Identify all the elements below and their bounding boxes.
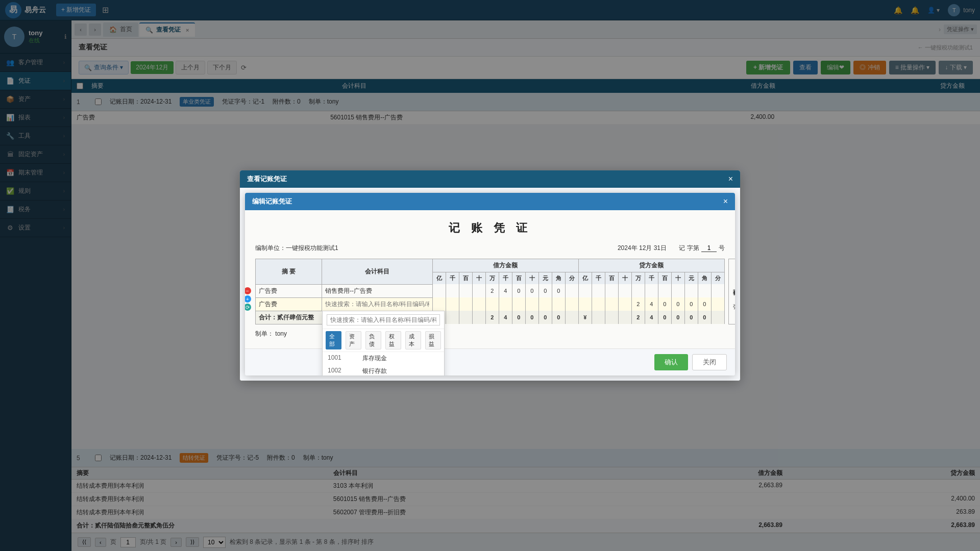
delete-row-btn[interactable]: −	[245, 287, 251, 294]
attach-column: 附件 0 张	[728, 259, 735, 324]
item-code: 1001	[328, 354, 358, 363]
debit-shi: 十	[472, 272, 485, 285]
item-code: 1002	[328, 367, 358, 375]
prefix-label: 记	[679, 244, 685, 253]
credit-wan: 万	[631, 272, 645, 285]
maker-name: tony	[275, 330, 287, 337]
company-label: 编制单位：一键报税功能测试1	[255, 244, 338, 253]
account-search-input[interactable]	[322, 298, 432, 310]
dropdown-search-row	[323, 311, 444, 329]
debit-b2: 百	[512, 272, 525, 285]
credit-fen: 分	[711, 272, 724, 285]
debit-wan: 万	[485, 272, 499, 285]
debit-q2: 千	[499, 272, 512, 285]
dialog-footer: 确认 关闭	[245, 348, 735, 375]
zi-label: 字第	[687, 244, 699, 253]
voucher-form-info: 编制单位：一键报税功能测试1 2024年 12月 31日 记 字第 号	[255, 244, 725, 253]
add-row-btn[interactable]: +	[245, 295, 251, 303]
dropdown-tab-equity[interactable]: 权益	[385, 331, 401, 349]
outer-dialog-close-btn[interactable]: ×	[728, 175, 733, 183]
dropdown-tab-assets[interactable]: 资产	[346, 331, 361, 349]
credit-qian: 千	[592, 272, 605, 285]
hao-label: 号	[719, 244, 725, 253]
confirm-btn[interactable]: 确认	[654, 354, 688, 370]
voucher-grid-container: 摘 要 会计科目 借方金额 贷方金额 亿 千 百 十	[255, 259, 725, 324]
inner-dialog: 编辑记账凭证 × 记 账 凭 证 编制单位：一键报税功能测试1 2024年 12…	[245, 193, 735, 375]
dropdown-tab-liabilities[interactable]: 负债	[365, 331, 381, 349]
row1-account: 销售费用--广告费	[322, 284, 433, 297]
grid-header-debit: 借方金额	[432, 259, 578, 272]
copy-row-btn[interactable]: ⟳	[245, 304, 251, 311]
voucher-number-area: 2024年 12月 31日 记 字第 号	[618, 244, 725, 253]
row2-summary: 广告费	[256, 297, 322, 311]
voucher-number-input[interactable]	[701, 244, 717, 252]
inner-dialog-close-btn[interactable]: ×	[723, 197, 728, 206]
credit-s2: 十	[671, 272, 684, 285]
debit-jiao: 角	[552, 272, 565, 285]
voucher-form: 记 账 凭 证 编制单位：一键报税功能测试1 2024年 12月 31日 记 字…	[245, 210, 735, 348]
account-dropdown: 全部 资产 负债 权益 成本 损益	[322, 311, 445, 375]
debit-yi: 亿	[432, 272, 446, 285]
debit-s2: 十	[525, 272, 538, 285]
dropdown-list: 1001 库存现金 1002 银行存款	[323, 352, 444, 375]
voucher-grid: 摘 要 会计科目 借方金额 贷方金额 亿 千 百 十	[255, 259, 725, 324]
grid-header-credit: 贷方金额	[578, 259, 724, 272]
credit-b2: 百	[658, 272, 671, 285]
outer-dialog-title: 查看记账凭证	[247, 174, 287, 184]
outer-dialog: 查看记账凭证 × 编辑记账凭证 × 记 账 凭 证 编制单位：一键报税功能测试1…	[240, 170, 740, 381]
dropdown-search-input[interactable]	[327, 314, 440, 325]
row1-summary: 广告费	[256, 284, 322, 297]
dropdown-tabs: 全部 资产 负债 权益 成本 损益	[323, 329, 444, 352]
table-row: 广告费 销售费用--广告费 2 4 0 0	[256, 284, 725, 297]
list-item[interactable]: 1002 银行存款	[323, 365, 444, 375]
debit-yuan: 元	[538, 272, 552, 285]
inner-dialog-header: 编辑记账凭证 ×	[245, 193, 735, 210]
inner-dialog-title: 编辑记账凭证	[252, 197, 292, 206]
debit-bai: 百	[459, 272, 472, 285]
maker-label: 制单：	[255, 330, 274, 337]
debit-fen: 分	[565, 272, 578, 285]
dropdown-tab-all[interactable]: 全部	[326, 331, 341, 349]
close-dialog-btn[interactable]: 关闭	[692, 354, 727, 370]
dropdown-tab-cost[interactable]: 成本	[405, 331, 421, 349]
date-label: 2024年 12月 31日	[618, 244, 667, 253]
table-row-edit: 广告费	[256, 297, 725, 311]
row2-account-cell[interactable]: 全部 资产 负债 权益 成本 损益	[322, 297, 433, 311]
attach-label: 附件	[732, 285, 735, 287]
credit-shi: 十	[618, 272, 631, 285]
item-name: 库存现金	[362, 354, 387, 363]
row-action-icons: − + ⟳	[245, 287, 251, 311]
debit-qian: 千	[446, 272, 459, 285]
outer-dialog-body: 编辑记账凭证 × 记 账 凭 证 编制单位：一键报税功能测试1 2024年 12…	[240, 188, 740, 381]
item-name: 银行存款	[362, 367, 387, 375]
credit-yi: 亿	[578, 272, 592, 285]
dropdown-tab-pl[interactable]: 损益	[425, 331, 441, 349]
modal-overlay: 查看记账凭证 × 编辑记账凭证 × 记 账 凭 证 编制单位：一键报税功能测试1…	[0, 0, 980, 551]
credit-yuan: 元	[684, 272, 698, 285]
credit-jiao: 角	[698, 272, 711, 285]
credit-bai: 百	[605, 272, 618, 285]
grid-header-account: 会计科目	[322, 259, 433, 285]
credit-q2: 千	[645, 272, 658, 285]
voucher-form-title: 记 账 凭 证	[255, 220, 725, 236]
list-item[interactable]: 1001 库存现金	[323, 352, 444, 365]
grid-header-summary: 摘 要	[256, 259, 322, 285]
attach-count: 0	[734, 289, 735, 297]
outer-dialog-header: 查看记账凭证 ×	[240, 170, 740, 188]
